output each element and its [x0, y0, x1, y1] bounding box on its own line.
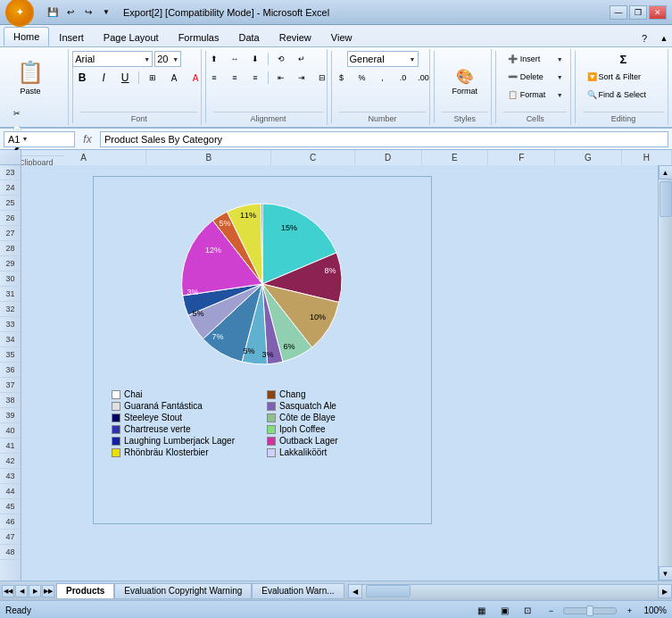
col-header-A[interactable]: A — [21, 150, 146, 165]
scroll-right-btn[interactable]: ▶ — [658, 584, 672, 598]
grid-area[interactable]: 15% 8% 10% 6% 3% 5% 7% 5% 3% 12% 5% — [21, 165, 658, 580]
align-bottom-button[interactable]: ⬇ — [245, 51, 265, 67]
tab-insert[interactable]: Insert — [49, 27, 94, 46]
fill-color-button[interactable]: A — [164, 70, 184, 86]
currency-button[interactable]: $ — [332, 70, 352, 86]
minimize-btn[interactable]: — — [610, 5, 627, 20]
row-46: 46 — [0, 514, 21, 530]
decrease-decimal-button[interactable]: .0 — [394, 70, 413, 86]
sort-filter-icon: 🔽 — [587, 72, 597, 81]
office-button[interactable]: ✦ — [5, 0, 34, 27]
pct-label-teal: 7% — [212, 332, 223, 341]
editing-content: Σ 🔽 Sort & Filter 🔍 Find & Select — [585, 51, 663, 112]
number-format-combo[interactable]: General ▼ — [347, 51, 419, 67]
formula-input[interactable]: Product Sales By Category — [100, 131, 668, 147]
row-48: 48 — [0, 545, 21, 560]
font-color-button[interactable]: A — [186, 70, 205, 86]
font-size-combo[interactable]: 20 ▼ — [154, 51, 181, 67]
name-box[interactable]: A1 ▼ — [4, 131, 75, 147]
format-cells-button[interactable]: 📋 Format ▼ — [504, 87, 567, 103]
col-header-H[interactable]: H — [622, 150, 672, 165]
tab-home[interactable]: Home — [4, 27, 49, 46]
align-top-button[interactable]: ⬆ — [204, 51, 224, 67]
percent-button[interactable]: % — [353, 70, 372, 86]
tab-page-layout[interactable]: Page Layout — [94, 27, 169, 46]
border-button[interactable]: ⊞ — [143, 70, 162, 86]
wrap-text-button[interactable]: ↵ — [292, 51, 311, 67]
decrease-indent-button[interactable]: ⇤ — [271, 70, 291, 86]
ribbon-help[interactable]: ? — [636, 30, 652, 46]
alignment-content: ⬆ ↔ ⬇ ⟲ ↵ ≡ ≡ ≡ ⇤ ⇥ ⊟ — [204, 51, 332, 112]
legend-label-laughing: Laughing Lumberjack Lager — [124, 436, 235, 446]
insert-cells-button[interactable]: ➕ Insert ▼ — [504, 51, 567, 67]
underline-button[interactable]: U — [115, 70, 135, 86]
scroll-thumb[interactable] — [660, 181, 672, 217]
grid-with-scroll: 23 24 25 26 27 28 29 30 31 32 33 34 35 3… — [0, 165, 672, 580]
text-direction-button[interactable]: ⟲ — [271, 51, 291, 67]
zoom-out-btn[interactable]: − — [541, 603, 560, 619]
h-scroll-thumb[interactable] — [366, 585, 411, 597]
scroll-down-btn[interactable]: ▼ — [659, 566, 673, 580]
col-header-F[interactable]: F — [488, 150, 555, 165]
legend-label-cote: Côte de Blaye — [279, 413, 336, 422]
restore-btn[interactable]: ❐ — [629, 5, 647, 20]
chart-inner: 15% 8% 10% 6% 3% 5% 7% 5% 3% 12% 5% — [93, 176, 432, 524]
sheet-last-btn[interactable]: ▶▶ — [42, 585, 54, 597]
cut-button[interactable]: ✂ — [7, 105, 27, 121]
sheet-tab-eval2[interactable]: Evaluation Warn... — [252, 583, 344, 599]
scroll-up-btn[interactable]: ▲ — [659, 165, 673, 180]
merge-cells-button[interactable]: ⊟ — [312, 70, 332, 86]
align-middle-button[interactable]: ↔ — [225, 51, 245, 67]
align-left-button[interactable]: ≡ — [204, 70, 224, 86]
qat-more[interactable]: ▼ — [98, 4, 114, 21]
col-header-G[interactable]: G — [555, 150, 622, 165]
tab-view[interactable]: View — [321, 27, 362, 46]
align-center-button[interactable]: ≡ — [225, 70, 245, 86]
cells-group: ➕ Insert ▼ ➖ Delete ▼ 📋 Format ▼ Cells — [500, 49, 571, 125]
close-btn[interactable]: ✕ — [649, 5, 667, 20]
row-28: 28 — [0, 241, 21, 256]
save-qat-btn[interactable]: 💾 — [45, 4, 61, 21]
bold-button[interactable]: B — [72, 70, 92, 86]
paste-button[interactable]: 📋 Paste — [7, 51, 54, 104]
font-name-value: Arial — [75, 54, 95, 64]
col-header-E[interactable]: E — [422, 150, 489, 165]
view-layout-btn[interactable]: ▣ — [494, 603, 514, 619]
tab-data[interactable]: Data — [228, 27, 269, 46]
styles-button[interactable]: 🎨 Format — [440, 54, 490, 108]
sort-filter-button[interactable]: 🔽 Sort & Filter — [585, 69, 663, 85]
find-select-label: Find & Select — [599, 90, 647, 99]
view-normal-btn[interactable]: ▦ — [471, 603, 491, 619]
scroll-left-btn[interactable]: ◀ — [348, 584, 362, 598]
redo-qat-btn[interactable]: ↪ — [80, 4, 96, 21]
zoom-in-btn[interactable]: + — [619, 603, 639, 619]
font-name-combo[interactable]: Arial ▼ — [72, 51, 153, 67]
comma-button[interactable]: , — [373, 70, 393, 86]
sum-button[interactable]: Σ — [614, 51, 634, 67]
sheet-first-btn[interactable]: ◀◀ — [2, 585, 14, 597]
increase-decimal-button[interactable]: .00 — [414, 70, 434, 86]
zoom-slider[interactable] — [563, 607, 617, 614]
tab-review[interactable]: Review — [270, 27, 321, 46]
increase-indent-button[interactable]: ⇥ — [292, 70, 311, 86]
chart-container[interactable]: 15% 8% 10% 6% 3% 5% 7% 5% 3% 12% 5% — [93, 176, 432, 524]
undo-qat-btn[interactable]: ↩ — [62, 4, 79, 21]
view-preview-btn[interactable]: ⊡ — [518, 603, 537, 619]
col-header-B[interactable]: B — [146, 150, 271, 165]
ribbon-minimize[interactable]: ▲ — [656, 30, 672, 46]
sheet-tab-products[interactable]: Products — [56, 583, 114, 599]
row-39: 39 — [0, 408, 21, 423]
number-format-value: General — [350, 54, 385, 64]
sheet-next-btn[interactable]: ▶ — [29, 585, 41, 597]
italic-button[interactable]: I — [94, 70, 113, 86]
horizontal-scrollbar[interactable]: ◀ ▶ — [348, 584, 672, 598]
col-header-D[interactable]: D — [355, 150, 422, 165]
find-select-button[interactable]: 🔍 Find & Select — [585, 87, 663, 103]
vertical-scrollbar[interactable]: ▲ ▼ — [658, 165, 672, 580]
sheet-prev-btn[interactable]: ◀ — [15, 585, 28, 597]
align-right-button[interactable]: ≡ — [245, 70, 265, 86]
sheet-tab-eval1[interactable]: Evaluation Copyright Warning — [114, 583, 252, 599]
col-header-C[interactable]: C — [271, 150, 354, 165]
delete-cells-button[interactable]: ➖ Delete ▼ — [504, 69, 567, 85]
tab-formulas[interactable]: Formulas — [169, 27, 229, 46]
